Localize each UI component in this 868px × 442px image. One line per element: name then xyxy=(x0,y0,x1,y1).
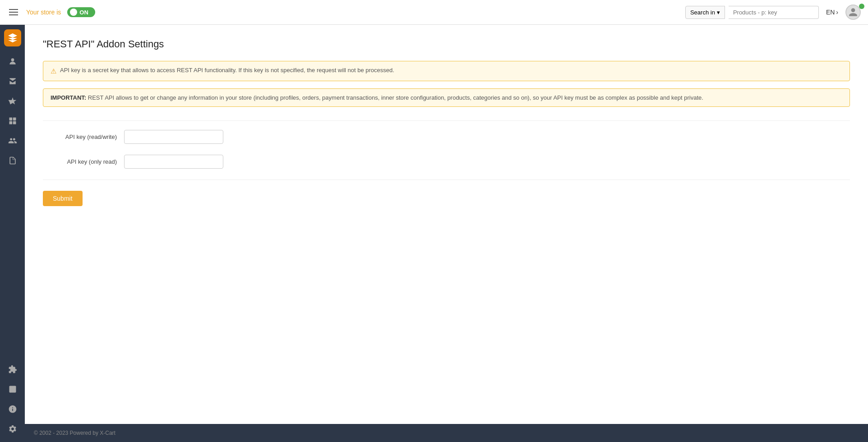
language-selector[interactable]: EN › xyxy=(822,7,842,18)
sidebar-item-orders[interactable] xyxy=(3,53,22,70)
svg-point-6 xyxy=(10,387,11,389)
lang-label: EN xyxy=(826,9,835,16)
svg-rect-4 xyxy=(13,121,16,124)
content-area: "REST API" Addon Settings ⚠ API key is a… xyxy=(25,25,868,442)
api-key-ro-row: API key (only read) xyxy=(43,155,850,169)
toggle-text: ON xyxy=(79,9,88,16)
user-avatar[interactable] xyxy=(845,5,861,20)
sidebar-item-users[interactable] xyxy=(3,132,22,149)
main-layout: "REST API" Addon Settings ⚠ API key is a… xyxy=(0,25,868,442)
search-in-label: Search in xyxy=(690,9,715,16)
status-dot xyxy=(859,4,864,9)
search-input[interactable] xyxy=(729,6,819,19)
footer: © 2002 - 2023 Powered by X-Cart xyxy=(25,424,868,442)
sidebar-item-extensions[interactable] xyxy=(3,361,22,378)
sidebar-item-addons[interactable] xyxy=(3,92,22,110)
alert-important: IMPORTANT: REST API allows to get or cha… xyxy=(43,88,850,107)
alert-important-label: IMPORTANT: xyxy=(51,94,86,101)
svg-rect-2 xyxy=(13,118,16,121)
api-key-ro-label: API key (only read) xyxy=(43,158,124,165)
api-key-rw-row: API key (read/write) xyxy=(43,130,850,144)
sidebar-item-catalog[interactable] xyxy=(3,73,22,90)
submit-button[interactable]: Submit xyxy=(43,191,83,206)
header: Your store is ON Search in ▾ EN › xyxy=(0,0,868,25)
warning-icon: ⚠ xyxy=(51,67,56,75)
svg-rect-3 xyxy=(9,121,12,124)
alert-api-key-warning: ⚠ API key is a secret key that allows to… xyxy=(43,61,850,81)
lang-arrow: › xyxy=(836,9,838,16)
submit-section: Submit xyxy=(43,180,850,206)
sidebar-bottom xyxy=(3,361,22,437)
api-key-rw-input[interactable] xyxy=(124,130,223,144)
svg-point-0 xyxy=(11,58,14,61)
page-title: "REST API" Addon Settings xyxy=(43,38,850,50)
sidebar-item-products[interactable] xyxy=(3,112,22,129)
sidebar-item-content[interactable] xyxy=(3,152,22,169)
sidebar xyxy=(0,25,25,442)
chevron-down-icon: ▾ xyxy=(717,9,720,16)
sidebar-top xyxy=(3,29,22,169)
api-key-ro-input[interactable] xyxy=(124,155,223,169)
header-left: Your store is ON xyxy=(7,7,95,17)
sidebar-item-info[interactable] xyxy=(3,401,22,418)
store-toggle[interactable]: ON xyxy=(67,7,95,17)
hamburger-menu[interactable] xyxy=(7,7,20,17)
toggle-circle xyxy=(70,9,77,16)
svg-rect-1 xyxy=(9,118,12,121)
alert-warning-text: API key is a secret key that allows to a… xyxy=(60,67,394,74)
form-section: API key (read/write) API key (only read) xyxy=(43,120,850,169)
store-label[interactable]: Your store is xyxy=(26,9,61,16)
sidebar-item-settings[interactable] xyxy=(3,420,22,437)
app-logo[interactable] xyxy=(4,29,21,46)
content-inner: "REST API" Addon Settings ⚠ API key is a… xyxy=(25,25,868,424)
footer-text: © 2002 - 2023 Powered by X-Cart xyxy=(34,430,115,436)
api-key-rw-label: API key (read/write) xyxy=(43,134,124,140)
header-right: Search in ▾ EN › xyxy=(685,5,861,20)
alert-important-text: REST API allows to get or change any inf… xyxy=(86,94,703,101)
sidebar-item-images[interactable] xyxy=(3,381,22,398)
search-in-button[interactable]: Search in ▾ xyxy=(685,6,725,19)
